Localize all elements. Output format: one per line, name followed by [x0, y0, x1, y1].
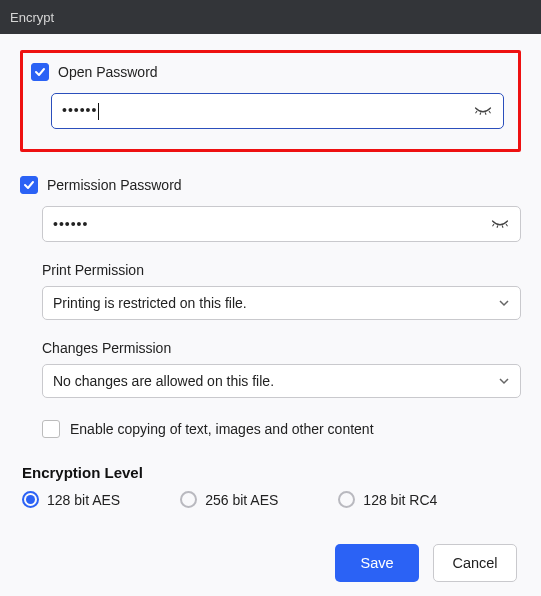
svg-line-0	[476, 111, 478, 113]
svg-line-1	[480, 113, 481, 115]
permission-password-input[interactable]: ••••••	[53, 216, 490, 232]
print-permission-label: Print Permission	[42, 262, 521, 278]
open-password-label: Open Password	[58, 64, 158, 80]
open-password-row: Open Password	[29, 63, 504, 81]
svg-line-6	[502, 226, 503, 228]
chevron-down-icon	[498, 297, 510, 309]
changes-permission-label: Changes Permission	[42, 340, 521, 356]
open-password-highlight: Open Password ••••••	[20, 50, 521, 152]
enable-copy-label: Enable copying of text, images and other…	[70, 421, 374, 437]
eye-closed-icon[interactable]	[473, 105, 493, 117]
radio-label: 256 bit AES	[205, 492, 278, 508]
radio-label: 128 bit RC4	[363, 492, 437, 508]
window-title: Encrypt	[10, 10, 54, 25]
svg-line-4	[493, 224, 495, 226]
radio-icon	[22, 491, 39, 508]
dialog-footer: Save Cancel	[20, 544, 521, 582]
permission-password-label: Permission Password	[47, 177, 182, 193]
enable-copy-row: Enable copying of text, images and other…	[42, 420, 521, 438]
changes-permission-select[interactable]: No changes are allowed on this file.	[42, 364, 521, 398]
svg-line-5	[497, 226, 498, 228]
svg-line-3	[489, 111, 491, 113]
svg-line-7	[506, 224, 508, 226]
close-icon[interactable]	[521, 7, 529, 28]
radio-256-aes[interactable]: 256 bit AES	[180, 491, 278, 508]
permission-password-checkbox[interactable]	[20, 176, 38, 194]
radio-128-rc4[interactable]: 128 bit RC4	[338, 491, 437, 508]
titlebar: Encrypt	[0, 0, 541, 34]
radio-128-aes[interactable]: 128 bit AES	[22, 491, 120, 508]
open-password-checkbox[interactable]	[31, 63, 49, 81]
print-permission-select[interactable]: Printing is restricted on this file.	[42, 286, 521, 320]
encryption-level-title: Encryption Level	[20, 464, 521, 481]
eye-closed-icon[interactable]	[490, 218, 510, 230]
open-password-field[interactable]: ••••••	[51, 93, 504, 129]
radio-icon	[180, 491, 197, 508]
encryption-level-group: 128 bit AES 256 bit AES 128 bit RC4	[20, 491, 521, 508]
save-button[interactable]: Save	[335, 544, 419, 582]
permission-password-row: Permission Password	[20, 176, 521, 194]
svg-line-2	[485, 113, 486, 115]
radio-icon	[338, 491, 355, 508]
print-permission-value: Printing is restricted on this file.	[53, 295, 247, 311]
changes-permission-value: No changes are allowed on this file.	[53, 373, 274, 389]
dialog-body: Open Password •••••• Permission Password…	[0, 34, 541, 596]
chevron-down-icon	[498, 375, 510, 387]
radio-label: 128 bit AES	[47, 492, 120, 508]
cancel-button[interactable]: Cancel	[433, 544, 517, 582]
open-password-input[interactable]: ••••••	[62, 102, 473, 120]
permission-section: Print Permission Printing is restricted …	[20, 262, 521, 438]
permission-password-field[interactable]: ••••••	[42, 206, 521, 242]
enable-copy-checkbox[interactable]	[42, 420, 60, 438]
